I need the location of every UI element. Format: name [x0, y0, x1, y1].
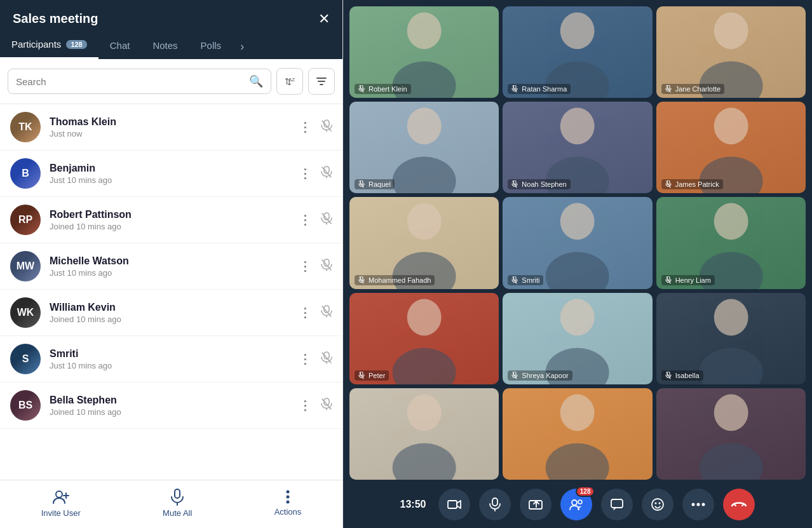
participant-name-smriti: Smriti [50, 348, 287, 360]
mute-all-icon [169, 488, 186, 506]
svg-point-84 [560, 394, 595, 431]
sort-icon: ⇅ AZ [283, 75, 296, 88]
svg-point-33 [286, 501, 289, 504]
svg-point-93 [572, 500, 577, 505]
tab-participants[interactable]: Participants 128 [0, 34, 98, 59]
video-cell-vp7: Mohammed Fahadh [349, 197, 499, 288]
camera-button[interactable] [438, 489, 470, 520]
video-name-vp7: Mohammed Fahadh [355, 275, 435, 285]
participant-more-btn-bella[interactable]: ⋮ [296, 396, 315, 414]
svg-point-66 [714, 203, 748, 240]
participants-list: TK Thomas Klein Just now ⋮ B Benjamin Ju… [0, 104, 342, 480]
participant-more-btn-michelle[interactable]: ⋮ [296, 257, 315, 275]
participant-more-btn-william[interactable]: ⋮ [296, 304, 315, 322]
video-cell-vp9: Henry Liam [656, 197, 806, 288]
reactions-button[interactable] [642, 489, 673, 520]
svg-point-38 [560, 13, 595, 50]
participant-info-smriti: Smriti Just 10 mins ago [50, 348, 287, 370]
avatar-smriti: S [10, 344, 41, 374]
sort-button[interactable]: ⇅ AZ [276, 68, 303, 95]
video-cell-vp8: Smriti [503, 197, 652, 288]
participant-mute-icon-thomas[interactable] [321, 119, 332, 135]
participant-name-robert: Robert Pattinson [50, 209, 287, 220]
mute-all-button[interactable]: Mute All [163, 488, 192, 518]
participant-status-smriti: Just 10 mins ago [50, 361, 287, 370]
svg-point-32 [286, 496, 289, 499]
participant-name-bella: Bella Stephen [50, 395, 287, 406]
participants-count-badge: 128 [576, 486, 595, 497]
video-name-vp3: Jane Charlotte [661, 84, 725, 94]
svg-point-78 [714, 299, 748, 335]
video-name-vp5: Noah Stephen [508, 179, 570, 189]
participant-item-robert: RP Robert Pattinson Joined 10 mins ago ⋮ [0, 197, 342, 243]
svg-point-101 [702, 503, 705, 506]
svg-point-31 [286, 491, 289, 494]
video-cell-vp14 [503, 388, 652, 480]
chat-icon [611, 498, 623, 511]
search-icon[interactable]: 🔍 [249, 74, 263, 88]
invite-user-button[interactable]: Invite User [41, 488, 81, 518]
participant-actions-william: ⋮ [296, 304, 332, 322]
video-name-vp6: James Patrick [661, 179, 723, 189]
avatar-bella: BS [10, 390, 41, 421]
video-cell-vp3: Jane Charlotte [656, 6, 806, 98]
participant-status-michelle: Just 10 mins ago [50, 268, 287, 278]
tabs-more-icon[interactable]: › [233, 35, 252, 58]
participant-actions-robert: ⋮ [296, 211, 332, 229]
end-call-icon [731, 500, 747, 509]
chat-button[interactable] [601, 489, 633, 520]
participant-mute-icon-william[interactable] [321, 305, 332, 321]
svg-point-100 [697, 503, 700, 506]
participant-more-btn-smriti[interactable]: ⋮ [296, 350, 315, 368]
svg-point-26 [56, 491, 62, 498]
search-input[interactable] [16, 76, 244, 87]
svg-point-85 [546, 443, 609, 480]
participant-item-michelle: MW Michelle Watson Just 10 mins ago ⋮ [0, 243, 342, 290]
meeting-title: Sales meeting [13, 11, 98, 26]
svg-point-63 [546, 252, 609, 289]
participant-mute-icon-smriti[interactable] [321, 351, 332, 367]
tab-polls[interactable]: Polls [189, 35, 233, 58]
participant-status-thomas: Just now [50, 129, 287, 139]
participant-mute-icon-bella[interactable] [321, 398, 332, 414]
close-button[interactable]: ✕ [318, 12, 330, 26]
filter-icon [316, 76, 327, 87]
filter-button[interactable] [308, 68, 335, 95]
participant-mute-icon-michelle[interactable] [321, 259, 332, 274]
participant-more-btn-benjamin[interactable]: ⋮ [296, 165, 315, 182]
share-screen-button[interactable] [520, 489, 551, 520]
participant-mute-icon-robert[interactable] [321, 212, 332, 228]
participants-button[interactable]: 128 [560, 489, 592, 520]
video-name-vp2: Ratan Sharma [508, 84, 571, 94]
more-options-button[interactable] [682, 489, 714, 520]
mic-button[interactable] [479, 489, 511, 520]
participant-actions-thomas: ⋮ [296, 118, 332, 136]
actions-button[interactable]: Actions [274, 489, 302, 517]
end-call-button[interactable] [723, 489, 755, 520]
tab-notes[interactable]: Notes [141, 35, 189, 58]
participant-name-thomas: Thomas Klein [50, 116, 287, 128]
search-bar: 🔍 ⇅ AZ [0, 59, 342, 104]
svg-point-47 [393, 157, 456, 194]
tab-chat-label: Chat [110, 40, 130, 51]
video-name-vp8: Smriti [508, 275, 543, 285]
participant-more-btn-robert[interactable]: ⋮ [296, 211, 315, 229]
tab-polls-label: Polls [201, 40, 222, 51]
participant-info-bella: Bella Stephen Joined 10 mins ago [50, 395, 287, 417]
timer-display: 13:50 [400, 499, 426, 510]
participant-mute-icon-benjamin[interactable] [321, 166, 332, 182]
tab-chat[interactable]: Chat [98, 35, 142, 58]
participant-info-thomas: Thomas Klein Just now [50, 116, 287, 139]
svg-point-83 [393, 443, 456, 480]
video-cell-vp15 [656, 388, 806, 480]
svg-point-87 [699, 443, 762, 480]
participant-more-btn-thomas[interactable]: ⋮ [296, 118, 315, 136]
participants-icon [569, 498, 583, 511]
svg-point-94 [578, 500, 582, 504]
participant-name-benjamin: Benjamin [50, 163, 287, 174]
share-icon [529, 498, 543, 511]
actions-icon [286, 489, 290, 504]
tab-notes-label: Notes [152, 40, 177, 51]
invite-user-label: Invite User [41, 508, 81, 518]
tab-participants-label: Participants [11, 39, 61, 50]
